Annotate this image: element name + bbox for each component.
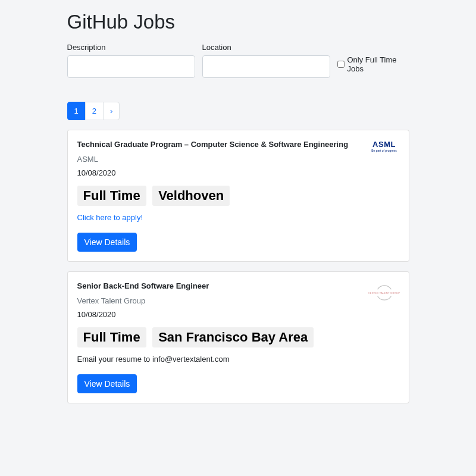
description-group: Description bbox=[67, 43, 195, 78]
job-badges: Full Time Veldhoven bbox=[77, 186, 399, 206]
view-details-button[interactable]: View Details bbox=[77, 233, 137, 252]
job-type-badge: Full Time bbox=[77, 327, 146, 347]
fulltime-checkbox[interactable] bbox=[337, 61, 345, 68]
job-card: Technical Graduate Program – Computer Sc… bbox=[67, 130, 409, 262]
fulltime-label: Only Full Time Jobs bbox=[347, 55, 409, 73]
page-1[interactable]: 1 bbox=[67, 102, 86, 120]
job-badges: Full Time San Francisco Bay Area bbox=[77, 327, 399, 347]
description-input[interactable] bbox=[67, 55, 195, 78]
location-input[interactable] bbox=[202, 55, 330, 78]
app-container: GitHub Jobs Description Location Only Fu… bbox=[67, 0, 409, 403]
search-form: Description Location Only Full Time Jobs bbox=[67, 43, 409, 78]
apply-section: Email your resume to info@vertextalent.c… bbox=[77, 355, 399, 364]
job-type-badge: Full Time bbox=[77, 186, 146, 206]
location-label: Location bbox=[202, 43, 330, 52]
apply-section: Click here to apply! bbox=[77, 213, 399, 222]
job-date: 10/08/2020 bbox=[77, 310, 209, 319]
asml-logo-text: ASML bbox=[369, 140, 399, 149]
page-next[interactable]: › bbox=[103, 102, 120, 120]
page-title: GitHub Jobs bbox=[67, 11, 409, 33]
fulltime-checkbox-group: Only Full Time Jobs bbox=[337, 55, 409, 73]
page-2[interactable]: 2 bbox=[85, 102, 104, 120]
pagination: 1 2 › bbox=[67, 102, 409, 120]
description-label: Description bbox=[67, 43, 195, 52]
apply-link[interactable]: Click here to apply! bbox=[77, 213, 143, 222]
company-logo: ASML Be part of progress bbox=[369, 140, 399, 152]
job-title: Senior Back-End Software Engineer bbox=[77, 281, 209, 290]
job-date: 10/08/2020 bbox=[77, 168, 349, 177]
job-title: Technical Graduate Program – Computer Sc… bbox=[77, 140, 349, 149]
company-logo: VERTEX TALENT GROUP bbox=[369, 281, 399, 304]
job-location-badge: Veldhoven bbox=[152, 186, 230, 206]
job-card: Senior Back-End Software Engineer Vertex… bbox=[67, 271, 409, 403]
asml-logo-sub: Be part of progress bbox=[369, 149, 399, 152]
location-group: Location bbox=[202, 43, 330, 78]
job-location-badge: San Francisco Bay Area bbox=[152, 327, 314, 347]
vertex-logo-text: VERTEX TALENT GROUP bbox=[368, 292, 400, 295]
job-company: ASML bbox=[77, 155, 349, 164]
job-company: Vertex Talent Group bbox=[77, 296, 209, 305]
view-details-button[interactable]: View Details bbox=[77, 374, 137, 393]
